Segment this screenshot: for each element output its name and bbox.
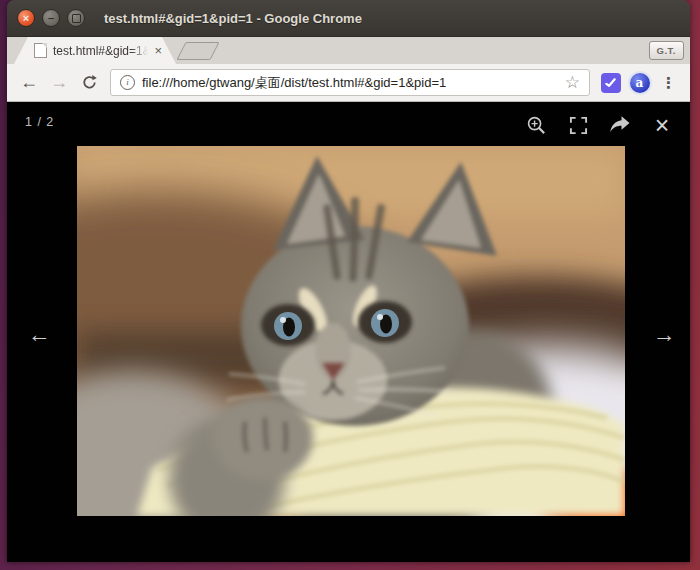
extension-check-button[interactable] (598, 70, 623, 95)
window-minimize-button[interactable]: – (42, 9, 60, 27)
extension-a-icon: a (630, 73, 650, 93)
tab-test-html[interactable]: test.html#&gid=1& × (14, 37, 176, 64)
fullscreen-button[interactable] (557, 110, 599, 140)
zoom-button[interactable] (515, 110, 557, 140)
reload-button[interactable] (76, 70, 102, 96)
prev-arrow-button[interactable]: ← (21, 316, 57, 352)
chrome-menu-icon: ⋮ (661, 74, 676, 92)
url-text: file:///home/gtwang/桌面/dist/test.html#&g… (142, 74, 446, 92)
profile-badge-button[interactable]: G.T. (649, 41, 684, 60)
page-favicon-icon (34, 43, 47, 58)
tab-label: test.html#&gid=1& (53, 44, 148, 58)
forward-button[interactable]: → (46, 70, 72, 96)
lightbox: 1 / 2 (7, 102, 690, 562)
extension-a-glyph: a (636, 77, 644, 89)
extension-a-button[interactable]: a (627, 70, 652, 95)
reload-icon (81, 74, 98, 91)
back-button[interactable]: ← (16, 70, 42, 96)
bookmark-star-icon[interactable]: ☆ (565, 74, 580, 91)
close-icon: × (655, 113, 670, 138)
share-icon (609, 115, 631, 135)
address-bar[interactable]: i file:///home/gtwang/桌面/dist/test.html#… (110, 69, 590, 96)
share-button[interactable] (599, 110, 641, 140)
fullscreen-icon (569, 116, 588, 135)
new-tab-button[interactable] (176, 42, 219, 60)
zoom-icon (526, 115, 547, 136)
page-info-glyph: i (126, 78, 129, 87)
lightbox-topbar: × (515, 110, 683, 140)
toolbar: ← → i file:///home/gtwang/桌面/dist/test.h… (7, 64, 690, 102)
next-arrow-button[interactable]: → (646, 316, 682, 352)
prev-arrow-icon: ← (28, 321, 51, 348)
window-maximize-button[interactable] (67, 9, 85, 27)
lightbox-photo[interactable] (77, 146, 625, 516)
tab-strip: test.html#&gid=1& × G.T. (7, 37, 690, 64)
profile-badge-label: G.T. (657, 45, 676, 56)
window-close-button[interactable]: × (17, 9, 35, 27)
lightbox-counter: 1 / 2 (25, 115, 54, 129)
window-close-icon: × (23, 13, 29, 24)
titlebar: × – test.html#&gid=1&pid=1 - Google Chro… (7, 0, 690, 37)
tab-close-icon[interactable]: × (154, 44, 162, 57)
kitten-photo-svg (77, 146, 625, 516)
close-button[interactable]: × (641, 110, 683, 140)
window-maximize-icon (72, 14, 81, 23)
chrome-menu-button[interactable]: ⋮ (656, 70, 681, 95)
window-title: test.html#&gid=1&pid=1 - Google Chrome (104, 11, 362, 26)
next-arrow-icon: → (653, 321, 676, 348)
page-info-icon[interactable]: i (120, 75, 135, 90)
chrome-window: × – test.html#&gid=1&pid=1 - Google Chro… (7, 0, 690, 562)
forward-icon: → (50, 72, 68, 93)
extension-check-icon (601, 73, 621, 93)
back-icon: ← (20, 72, 38, 93)
window-minimize-icon: – (48, 13, 54, 24)
